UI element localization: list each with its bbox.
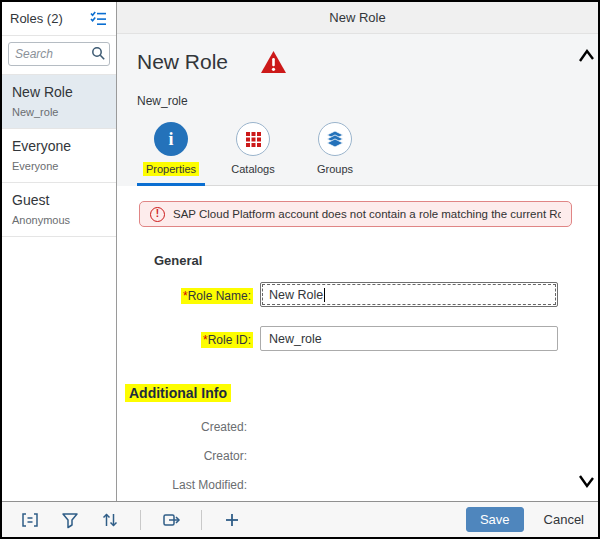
main-panel: New Role New Role New_role — [117, 2, 598, 501]
error-message-text: SAP Cloud Platform account does not cont… — [173, 208, 561, 220]
error-message-strip: ! SAP Cloud Platform account does not co… — [139, 201, 572, 227]
section-heading-general: General — [154, 253, 598, 268]
sidebar: Roles (2) — [2, 2, 117, 501]
tab-label: Catalogs — [228, 162, 277, 176]
warning-icon[interactable] — [260, 50, 287, 74]
created-label: Created: — [137, 420, 247, 434]
section-heading-additional-info: Additional Info — [125, 384, 231, 402]
layers-icon — [318, 122, 352, 156]
toolbar-divider — [201, 510, 202, 530]
role-name-value: New Role — [269, 288, 323, 302]
grid-icon — [236, 122, 270, 156]
tab-catalogs[interactable]: Catalogs — [219, 120, 287, 186]
tab-groups[interactable]: Groups — [301, 120, 369, 186]
toolbar-divider — [140, 510, 141, 530]
sidebar-header: Roles (2) — [2, 2, 116, 36]
footer-actions: Save Cancel — [466, 507, 590, 532]
tab-label: Groups — [314, 162, 356, 176]
object-header: New Role New_role i — [117, 34, 598, 186]
creator-label: Creator: — [137, 449, 247, 463]
filter-icon[interactable] — [60, 510, 80, 530]
text-caret — [324, 288, 325, 302]
readonly-row-created: Created: — [137, 420, 598, 434]
tab-label: Properties — [143, 162, 199, 176]
scroll-down-icon[interactable] — [577, 473, 595, 489]
add-icon[interactable] — [222, 510, 242, 530]
topbar-title: New Role — [329, 10, 385, 25]
search-icon[interactable] — [91, 46, 106, 61]
save-button[interactable]: Save — [466, 507, 524, 532]
role-name-input[interactable]: New Role — [260, 282, 558, 307]
multiselect-icon[interactable] — [90, 11, 108, 27]
role-item-sub: New_role — [12, 106, 106, 118]
legend-icon[interactable] — [20, 510, 40, 530]
search-row — [2, 36, 116, 75]
main-topbar: New Role — [117, 2, 598, 34]
role-item-name: Guest — [12, 192, 106, 208]
role-item-sub: Everyone — [12, 160, 106, 172]
role-item-sub: Anonymous — [12, 214, 106, 226]
cancel-button[interactable]: Cancel — [538, 508, 590, 531]
role-list-item-new-role[interactable]: New Role New_role — [2, 75, 116, 129]
last-modified-label: Last Modified: — [137, 478, 247, 492]
role-item-name: New Role — [12, 84, 106, 100]
body-row: Roles (2) — [2, 2, 598, 501]
role-id-input[interactable]: New_role — [260, 326, 558, 351]
readonly-row-last-modified: Last Modified: — [137, 478, 598, 492]
page-title: New Role — [137, 50, 228, 74]
footer-toolbar: Save Cancel — [2, 501, 598, 537]
detail-content: ! SAP Cloud Platform account does not co… — [117, 186, 598, 501]
scroll-up-icon[interactable] — [577, 48, 595, 64]
role-list: New Role New_role Everyone Everyone Gues… — [2, 75, 116, 501]
icon-tab-bar: i Properties — [137, 120, 598, 186]
role-list-item-everyone[interactable]: Everyone Everyone — [2, 129, 116, 183]
footer-icon-group — [20, 510, 466, 530]
to-detail-icon[interactable] — [161, 510, 181, 530]
info-icon: i — [154, 122, 188, 156]
field-row-role-name: *Role Name: New Role — [137, 282, 598, 307]
role-name-label: *Role Name: — [181, 288, 253, 304]
role-list-item-guest[interactable]: Guest Anonymous — [2, 183, 116, 237]
tab-properties[interactable]: i Properties — [137, 120, 205, 186]
page-subtitle: New_role — [137, 94, 598, 108]
readonly-row-creator: Creator: — [137, 449, 598, 463]
app-window: Roles (2) — [0, 0, 600, 539]
role-item-name: Everyone — [12, 138, 106, 154]
sidebar-title: Roles (2) — [10, 11, 63, 26]
role-id-label: *Role ID: — [201, 332, 253, 348]
role-id-value: New_role — [269, 332, 322, 346]
error-icon: ! — [150, 207, 165, 222]
field-row-role-id: *Role ID: New_role — [137, 326, 598, 351]
sort-icon[interactable] — [100, 510, 120, 530]
